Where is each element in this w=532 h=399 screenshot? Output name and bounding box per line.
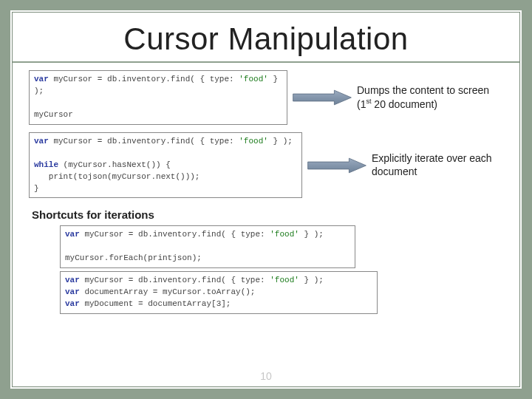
- code-line: myCursor: [34, 109, 282, 121]
- code-line: myCursor.forEach(printjson);: [65, 253, 350, 265]
- annotation-2: Explicitly iterate over each document: [372, 152, 503, 178]
- keyword-var: var: [65, 276, 80, 284]
- keyword-var: var: [34, 137, 49, 146]
- code-line: var myCursor = db.inventory.find( { type…: [34, 136, 297, 148]
- page-number: 10: [13, 370, 519, 382]
- arrow-right-icon: [307, 156, 367, 175]
- keyword-var: var: [34, 75, 49, 83]
- code-block-4: var myCursor = db.inventory.find( { type…: [60, 271, 378, 314]
- code-line: var myCursor = db.inventory.find( { type…: [65, 229, 350, 241]
- code-block-1: var myCursor = db.inventory.find( { type…: [29, 70, 287, 125]
- slide-inner: Cursor Manipulation var myCursor = db.in…: [12, 12, 520, 387]
- code-line: var myDocument = documentArray[3];: [65, 299, 372, 310]
- code-line: var myCursor = db.inventory.find( { type…: [65, 275, 372, 287]
- code-line: var myCursor = db.inventory.find( { type…: [34, 74, 282, 98]
- code-block-3: var myCursor = db.inventory.find( { type…: [60, 225, 355, 268]
- keyword-var: var: [65, 299, 80, 308]
- code-line: while (myCursor.hasNext()) {: [34, 160, 297, 171]
- code-line: print(tojson(myCursor.next()));: [34, 171, 297, 183]
- keyword-var: var: [65, 230, 80, 239]
- code-block-2: var myCursor = db.inventory.find( { type…: [29, 132, 302, 199]
- keyword-var: var: [65, 287, 80, 296]
- code-line: var documentArray = myCursor.toArray();: [65, 287, 372, 299]
- code-blank-line: [34, 148, 297, 160]
- code-blank-line: [34, 98, 282, 109]
- code-blank-line: [65, 241, 350, 253]
- shortcuts-heading: Shortcuts for iterations: [32, 208, 503, 221]
- code-line: }: [34, 183, 297, 195]
- example-row-1: var myCursor = db.inventory.find( { type…: [29, 70, 503, 125]
- annotation-1: Dumps the content to screen (1st 20 docu…: [357, 84, 503, 111]
- arrow-right-icon: [292, 88, 352, 107]
- page-title: Cursor Manipulation: [29, 21, 503, 57]
- keyword-while: while: [34, 160, 58, 169]
- title-rule: [13, 61, 519, 63]
- example-row-2: var myCursor = db.inventory.find( { type…: [29, 132, 503, 199]
- slide-frame: Cursor Manipulation var myCursor = db.in…: [0, 0, 532, 399]
